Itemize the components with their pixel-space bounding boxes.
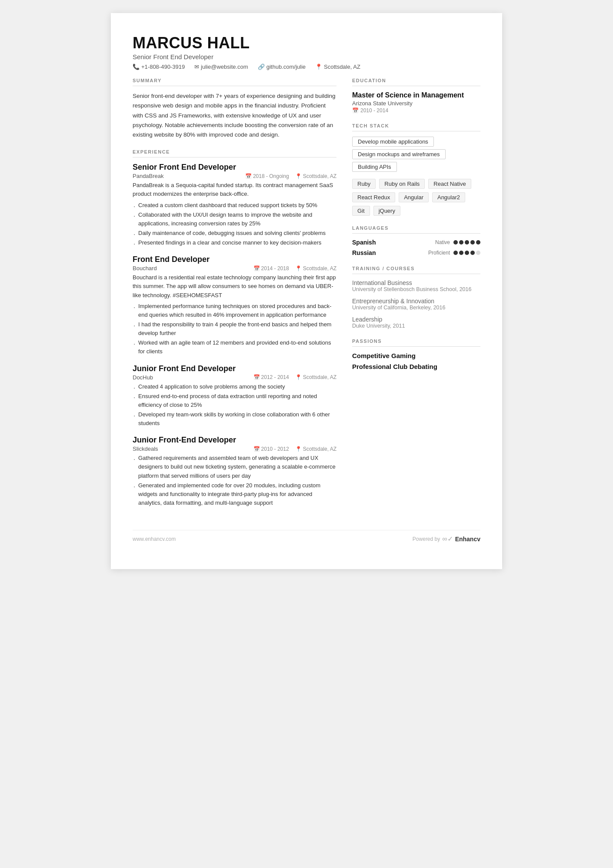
github-icon: 🔗: [258, 64, 265, 70]
job-4-location: 📍 Scottsdale, AZ: [295, 446, 336, 452]
location-icon: 📍: [315, 64, 322, 70]
email-icon: ✉: [194, 64, 199, 70]
lang-spanish-dots: [453, 240, 480, 245]
bullet-item: Created a custom client dashboard that r…: [133, 201, 336, 210]
bullet-item: I had the responsibility to train 4 peop…: [133, 320, 336, 338]
bullet-item: Generated and implemented code for over …: [133, 481, 336, 507]
enhancv-brand-name: Enhancv: [455, 536, 480, 543]
lang-spanish: Spanish Native: [352, 239, 480, 246]
job-4: Junior Front-End Developer Slickdeals 📅 …: [133, 436, 336, 507]
passion-0: Competitive Gaming: [352, 352, 480, 359]
lang-spanish-name: Spanish: [352, 239, 376, 246]
training-section: TRAINING / COURSES International Busines…: [352, 266, 480, 329]
training-institution-0: University of Stellenbosch Business Scho…: [352, 286, 480, 292]
dot: [465, 251, 469, 255]
edu-dates: 📅 2010 - 2014: [352, 107, 480, 114]
job-4-dates: 📅 2010 - 2012: [253, 446, 289, 452]
job-1-dates: 📅 2018 - Ongoing: [245, 173, 289, 179]
job-2-desc: Bouchard is a residential real estate te…: [133, 273, 336, 299]
tech-tag-4: Angular: [399, 192, 429, 202]
training-divider: [352, 274, 480, 274]
footer-brand: Powered by ∞✓ Enhancv: [413, 535, 480, 543]
passions-title: PASSIONS: [352, 338, 480, 344]
job-4-company: Slickdeals: [133, 446, 158, 452]
resume-page: MARCUS HALL Senior Front End Developer 📞…: [111, 13, 502, 569]
edu-degree: Master of Science in Management: [352, 91, 480, 99]
bullet-item: Implemented performance tuning technique…: [133, 302, 336, 319]
edu-calendar-icon: 📅: [352, 107, 359, 114]
header: MARCUS HALL Senior Front End Developer 📞…: [133, 34, 480, 70]
job-1-desc: PandaBreak is a Sequoia-capital funded s…: [133, 181, 336, 198]
bullet-item: Daily maintenance of code, debugging iss…: [133, 229, 336, 238]
training-course-2: Leadership: [352, 316, 480, 323]
calendar-icon-3: 📅: [253, 374, 260, 380]
tech-tags: Ruby Ruby on Rails React Native React Re…: [352, 179, 480, 216]
passions-divider: [352, 346, 480, 347]
location-icon-4: 📍: [295, 446, 302, 452]
calendar-icon-2: 📅: [253, 265, 260, 271]
tech-stack-divider: [352, 131, 480, 131]
languages-divider: [352, 233, 480, 234]
job-1-location: 📍 Scottsdale, AZ: [295, 173, 336, 179]
job-3-meta: DocHub 📅 2012 - 2014 📍 Scottsdale, AZ: [133, 374, 336, 381]
training-item-2: Leadership Duke University, 2011: [352, 316, 480, 329]
job-1-meta: PandaBreak 📅 2018 - Ongoing 📍 Scottsdale…: [133, 173, 336, 179]
languages-title: LANGUAGES: [352, 225, 480, 231]
bullet-item: Developed my team-work skills by working…: [133, 410, 336, 428]
contact-info: 📞 +1-808-490-3919 ✉ julie@website.com 🔗 …: [133, 64, 480, 70]
training-course-0: International Business: [352, 279, 480, 286]
education-section: EDUCATION Master of Science in Managemen…: [352, 78, 480, 114]
job-1-title: Senior Front End Developer: [133, 163, 336, 172]
job-1-company: PandaBreak: [133, 173, 164, 179]
lang-russian-dots: [453, 251, 480, 255]
lang-spanish-level: Native: [435, 239, 450, 245]
github-contact: 🔗 github.com/julie: [258, 64, 306, 70]
bullet-item: Worked with an agile team of 12 members …: [133, 338, 336, 356]
tech-tag-7: jQuery: [373, 206, 400, 216]
tech-skill-0: Develop mobile applications: [352, 137, 434, 147]
phone-contact: 📞 +1-808-490-3919: [133, 64, 185, 70]
job-3-location: 📍 Scottsdale, AZ: [295, 374, 336, 380]
calendar-icon-4: 📅: [253, 446, 260, 452]
tech-stack-title: TECH STACK: [352, 123, 480, 128]
job-3-bullets: Created 4 application to solve problems …: [133, 382, 336, 428]
job-2-meta: Bouchard 📅 2014 - 2018 📍 Scottsdale, AZ: [133, 265, 336, 271]
tech-tag-2: React Native: [428, 179, 471, 189]
dot: [453, 240, 458, 245]
dot: [453, 251, 458, 255]
edu-school: Arizona State University: [352, 100, 480, 107]
job-2-title: Front End Developer: [133, 255, 336, 264]
enhancv-icon: ∞✓: [442, 535, 453, 543]
email-contact: ✉ julie@website.com: [194, 64, 248, 70]
candidate-name: MARCUS HALL: [133, 34, 480, 52]
experience-title: EXPERIENCE: [133, 149, 336, 154]
job-4-title: Junior Front-End Developer: [133, 436, 336, 445]
right-column: EDUCATION Master of Science in Managemen…: [352, 78, 480, 517]
job-3-dates-loc: 📅 2012 - 2014 📍 Scottsdale, AZ: [253, 374, 336, 380]
training-item-0: International Business University of Ste…: [352, 279, 480, 292]
lang-russian-right: Proficient: [428, 250, 480, 256]
job-2-dates: 📅 2014 - 2018: [253, 265, 289, 271]
training-item-1: Entrepreneurship & Innovation University…: [352, 298, 480, 311]
job-3: Junior Front End Developer DocHub 📅 2012…: [133, 364, 336, 428]
dot: [465, 240, 469, 245]
education-divider: [352, 86, 480, 86]
dot: [470, 240, 475, 245]
summary-divider: [133, 86, 336, 86]
training-title: TRAINING / COURSES: [352, 266, 480, 271]
dot-empty: [476, 251, 480, 255]
tech-tag-3: React Redux: [352, 192, 395, 202]
training-institution-1: University of California, Berkeley, 2016: [352, 305, 480, 311]
job-1: Senior Front End Developer PandaBreak 📅 …: [133, 163, 336, 247]
languages-section: LANGUAGES Spanish Native: [352, 225, 480, 256]
lang-russian: Russian Proficient: [352, 249, 480, 256]
main-columns: SUMMARY Senior front-end developer with …: [133, 78, 480, 517]
education-title: EDUCATION: [352, 78, 480, 83]
job-3-company: DocHub: [133, 374, 153, 381]
tech-tag-5: Angular2: [432, 192, 465, 202]
dot: [459, 240, 463, 245]
tech-skill-1: Design mockups and wireframes: [352, 149, 446, 159]
location-contact: 📍 Scottsdale, AZ: [315, 64, 360, 70]
bullet-item: Gathered requirements and assembled team…: [133, 454, 336, 480]
summary-section: SUMMARY Senior front-end developer with …: [133, 78, 336, 140]
